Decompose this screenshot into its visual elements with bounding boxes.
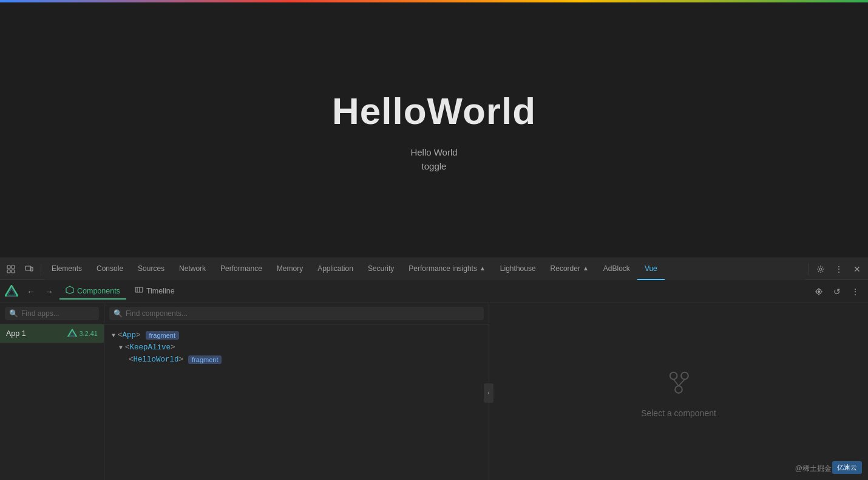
vue-refresh-button[interactable]: ↺: [829, 284, 845, 300]
tree-tag-helloworld: HelloWorld: [134, 355, 179, 364]
timeline-tab-icon: [135, 286, 143, 296]
vue-more-button[interactable]: ⋮: [847, 284, 863, 300]
tree-arrow-app: ▼: [112, 332, 115, 339]
tree-arrow-keepalive: ▼: [119, 345, 123, 351]
devtools-tabs: Elements Console Sources Network Perform…: [44, 258, 805, 280]
app-search-input[interactable]: [21, 309, 95, 318]
devtools-toolbar: Elements Console Sources Network Perform…: [0, 258, 868, 280]
svg-point-22: [681, 372, 688, 379]
svg-point-23: [675, 386, 682, 393]
toolbar-divider: [41, 263, 41, 275]
tab-security[interactable]: Security: [361, 258, 401, 280]
tree-tag-app: App: [123, 331, 137, 340]
tab-elements[interactable]: Elements: [44, 258, 89, 280]
vue-topbar: ← → Components Timeline: [0, 280, 868, 303]
tab-adblock[interactable]: AdBlock: [596, 258, 637, 280]
svg-point-14: [818, 290, 820, 292]
vue-tab-components[interactable]: Components: [59, 283, 126, 300]
component-search-icon: 🔍: [114, 309, 123, 318]
tree-badge-helloworld: fragment: [188, 355, 222, 364]
tab-sources[interactable]: Sources: [131, 258, 172, 280]
tree-item-helloworld[interactable]: <HelloWorld> fragment: [107, 354, 486, 366]
svg-point-6: [819, 268, 822, 270]
tab-vue[interactable]: Vue: [637, 258, 665, 280]
tree-open-bracket-keepalive: <: [125, 343, 130, 352]
toggle-device-toolbar-button[interactable]: [21, 261, 38, 278]
watermark-text: @稀土掘金: [795, 464, 832, 474]
toolbar-divider-2: [809, 263, 809, 275]
tab-console[interactable]: Console: [89, 258, 131, 280]
components-tab-label: Components: [77, 287, 120, 295]
tab-lighthouse[interactable]: Lighthouse: [493, 258, 543, 280]
app-list: App 1 3.2.41: [0, 324, 104, 480]
svg-rect-10: [135, 287, 143, 292]
devtools-panel: Elements Console Sources Network Perform…: [0, 258, 868, 480]
tree-close-bracket-keepalive: >: [171, 343, 175, 352]
component-search-input[interactable]: [126, 309, 480, 318]
svg-rect-0: [7, 266, 10, 269]
panel-collapse-handle[interactable]: ‹: [484, 383, 493, 403]
svg-marker-9: [66, 286, 73, 293]
more-options-button[interactable]: ⋮: [830, 261, 847, 278]
vue-main: 🔍 App 1 3.2.41: [0, 303, 868, 480]
vue-v-icon: [67, 329, 77, 338]
settings-button[interactable]: [812, 261, 829, 278]
component-tree-panel: 🔍 ▼ <App> fragment ▼ <KeepAlive>: [104, 303, 489, 480]
tab-performance[interactable]: Performance: [213, 258, 270, 280]
app-name-label: App 1: [6, 329, 26, 338]
tree-tag-keepalive: KeepAlive: [130, 343, 171, 352]
page-main-title: HelloWorld: [332, 89, 536, 132]
svg-line-25: [679, 379, 685, 386]
vue-inspect-button[interactable]: [811, 284, 827, 300]
app-list-item[interactable]: App 1 3.2.41: [0, 324, 104, 343]
svg-point-21: [670, 372, 677, 379]
app-search-area: 🔍: [0, 303, 104, 324]
app-list-panel: 🔍 App 1 3.2.41: [0, 303, 104, 480]
tree-close-bracket-app: >: [136, 331, 141, 340]
vue-back-button[interactable]: ←: [23, 284, 39, 300]
tab-network[interactable]: Network: [172, 258, 213, 280]
close-devtools-button[interactable]: ✕: [849, 261, 866, 278]
vue-forward-button[interactable]: →: [41, 284, 57, 300]
browser-page: HelloWorld Hello World toggle: [0, 2, 868, 258]
page-toggle[interactable]: toggle: [422, 161, 447, 171]
timeline-tab-label: Timeline: [146, 287, 175, 295]
vue-devtools: ← → Components Timeline: [0, 280, 868, 480]
tab-recorder[interactable]: Recorder ▲: [543, 258, 596, 280]
tree-item-app[interactable]: ▼ <App> fragment: [107, 329, 486, 341]
component-tree: ▼ <App> fragment ▼ <KeepAlive> <HelloWor…: [104, 324, 489, 480]
tree-open-bracket-hw: <: [129, 355, 134, 364]
component-search-area: 🔍: [104, 303, 489, 324]
app-search-box: 🔍: [5, 307, 99, 320]
components-tab-icon: [66, 286, 74, 296]
tree-badge-app: fragment: [146, 331, 179, 340]
vue-logo-icon: [5, 285, 18, 298]
tree-item-keepalive[interactable]: ▼ <KeepAlive>: [107, 341, 486, 354]
select-component-text: Select a component: [641, 408, 716, 418]
tree-open-bracket-app: <: [118, 331, 123, 340]
svg-line-24: [674, 379, 679, 386]
inspect-element-button[interactable]: [2, 261, 19, 278]
app-version: 3.2.41: [67, 329, 98, 338]
tab-application[interactable]: Application: [310, 258, 361, 280]
page-subtitle: Hello World: [410, 147, 457, 157]
svg-rect-1: [7, 270, 10, 273]
vue-tab-timeline[interactable]: Timeline: [129, 283, 181, 300]
app-search-icon: 🔍: [9, 309, 18, 318]
component-detail-panel: Select a component: [489, 303, 868, 480]
svg-marker-7: [5, 286, 18, 296]
tab-performance-insights[interactable]: Performance insights ▲: [401, 258, 493, 280]
vue-topbar-right: ↺ ⋮: [811, 284, 863, 300]
select-component-icon: [663, 368, 694, 399]
tab-memory[interactable]: Memory: [270, 258, 310, 280]
watermark-brand: 亿速云: [832, 461, 862, 474]
app-version-text: 3.2.41: [79, 330, 98, 337]
svg-rect-2: [12, 266, 15, 269]
tree-close-bracket-hw: >: [179, 355, 184, 364]
component-search-box: 🔍: [109, 307, 484, 320]
svg-rect-3: [12, 270, 15, 273]
svg-rect-5: [30, 267, 33, 271]
